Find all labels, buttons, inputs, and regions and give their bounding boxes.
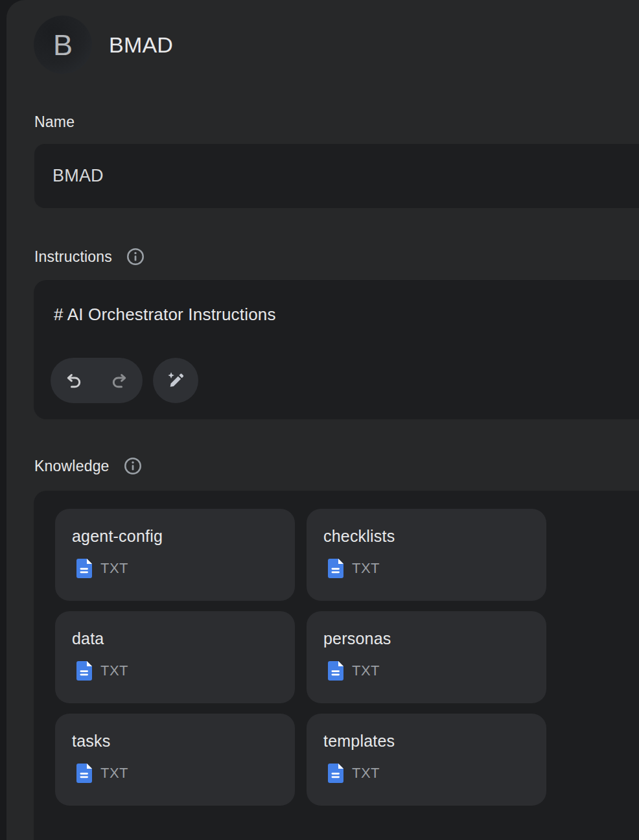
magic-rewrite-button[interactable] [153,358,198,403]
knowledge-grid: agent-config TXT checklists TXT data TXT… [55,509,546,806]
undo-redo-group [51,358,143,403]
knowledge-file-card[interactable]: tasks TXT [55,714,295,806]
instructions-textarea[interactable]: # AI Orchestrator Instructions [34,280,639,419]
knowledge-file-type: TXT [352,662,380,679]
text-file-icon [76,661,92,681]
knowledge-file-card[interactable]: personas TXT [307,611,546,703]
text-file-icon [328,661,343,681]
name-label-row: Name [34,112,75,132]
knowledge-file-name: tasks [72,731,295,751]
redo-icon [110,371,129,390]
text-file-icon [76,559,92,578]
knowledge-label: Knowledge [34,458,110,475]
instructions-label-row: Instructions [34,247,145,266]
text-file-icon [328,559,343,578]
avatar-letter: B [53,30,73,60]
knowledge-file-meta: TXT [76,661,295,681]
info-icon [126,247,145,266]
undo-icon [64,371,83,390]
instructions-toolbar [51,358,198,403]
knowledge-file-name: personas [323,629,546,648]
name-input[interactable]: BMAD [34,144,639,208]
name-label: Name [34,113,75,131]
knowledge-file-card[interactable]: agent-config TXT [55,509,295,601]
knowledge-file-name: templates [323,731,546,751]
knowledge-file-type: TXT [100,662,128,679]
avatar: B [34,16,92,74]
knowledge-file-meta: TXT [76,764,295,783]
magic-rewrite-pencil-icon [165,370,187,391]
instructions-text: # AI Orchestrator Instructions [54,305,276,325]
agent-editor-panel: B BMAD Name BMAD Instructions # AI Orche… [6,0,639,840]
knowledge-file-meta: TXT [328,764,546,783]
knowledge-info-button[interactable] [123,456,143,476]
knowledge-file-card[interactable]: templates TXT [307,714,546,806]
knowledge-label-row: Knowledge [34,456,143,476]
name-input-value: BMAD [34,166,104,186]
page-title: BMAD [109,33,173,56]
knowledge-file-type: TXT [100,560,128,577]
knowledge-file-type: TXT [352,765,380,782]
knowledge-file-type: TXT [100,765,128,782]
knowledge-file-meta: TXT [76,559,295,578]
undo-button[interactable] [51,358,97,403]
instructions-label: Instructions [34,248,112,266]
instructions-info-button[interactable] [126,247,145,266]
knowledge-file-card[interactable]: data TXT [55,611,295,703]
info-icon [123,456,143,476]
knowledge-file-name: data [72,629,295,648]
text-file-icon [76,764,92,783]
knowledge-file-card[interactable]: checklists TXT [307,509,546,601]
text-file-icon [328,764,343,783]
knowledge-file-type: TXT [352,560,380,577]
knowledge-file-meta: TXT [328,559,546,578]
knowledge-file-name: checklists [323,526,546,546]
knowledge-container: agent-config TXT checklists TXT data TXT… [34,491,639,840]
knowledge-file-meta: TXT [328,661,546,681]
redo-button[interactable] [97,358,143,403]
knowledge-file-name: agent-config [72,526,295,546]
